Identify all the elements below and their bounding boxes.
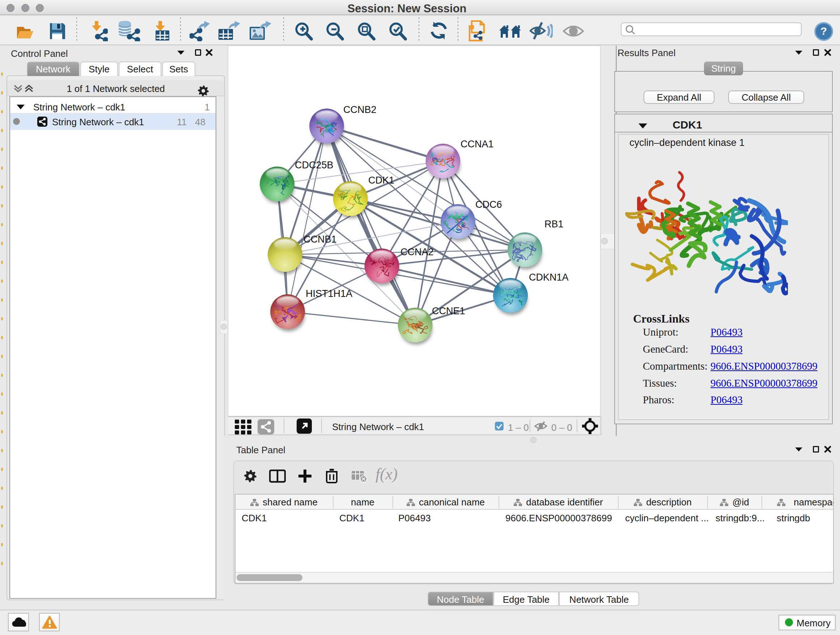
svg-text:?: ?: [821, 25, 827, 37]
svg-text:CCNB2: CCNB2: [343, 104, 377, 115]
svg-text:CDK1: CDK1: [368, 175, 394, 186]
svg-text:RB1: RB1: [545, 219, 564, 230]
svg-text:CDC25B: CDC25B: [295, 160, 333, 171]
svg-text:CCNA1: CCNA1: [461, 139, 494, 149]
svg-text:HIST1H1A: HIST1H1A: [306, 288, 352, 299]
svg-text:CDC6: CDC6: [475, 199, 502, 210]
svg-text:CCNA2: CCNA2: [401, 247, 434, 257]
svg-text:CDKN1A: CDKN1A: [529, 272, 569, 283]
svg-text:CCNB1: CCNB1: [303, 234, 337, 245]
svg-text:CCNE1: CCNE1: [432, 306, 465, 317]
